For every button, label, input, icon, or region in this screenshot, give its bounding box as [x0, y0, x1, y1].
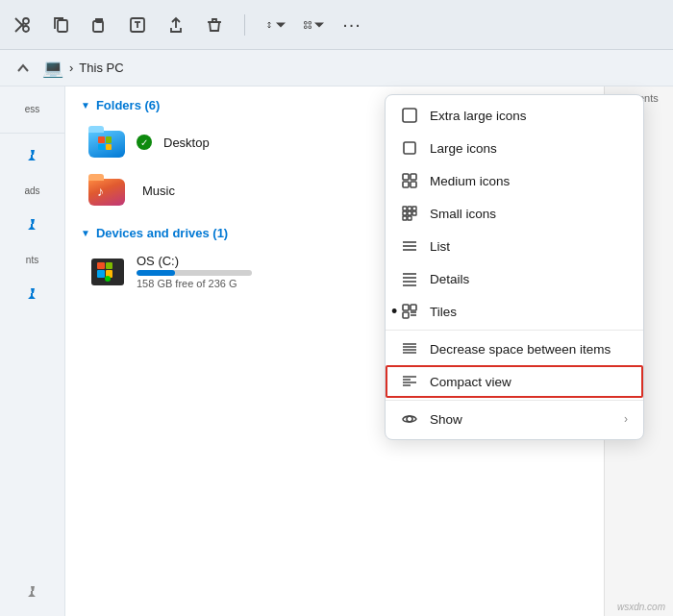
show-icon	[401, 410, 418, 428]
menu-separator-1	[386, 330, 643, 331]
menu-item-medium-icons[interactable]: Medium icons	[386, 164, 643, 197]
svg-rect-14	[309, 21, 312, 24]
address-path[interactable]: 💻 › This PC	[42, 58, 124, 79]
tiles-label: Tiles	[430, 305, 628, 319]
show-label: Show	[430, 412, 612, 427]
svg-marker-12	[276, 22, 286, 27]
sync-badge: ✓	[137, 135, 152, 150]
svg-marker-17	[314, 22, 324, 27]
folder-name-music: Music	[142, 184, 175, 198]
sidebar: ess ads nts	[0, 86, 65, 616]
large-icons-label: Large icons	[430, 141, 628, 156]
watermark: wsxdn.com	[617, 602, 665, 612]
delete-icon[interactable]	[204, 14, 225, 36]
svg-rect-27	[403, 211, 407, 215]
svg-rect-28	[408, 211, 411, 215]
toolbar: ···	[0, 0, 673, 50]
menu-item-show[interactable]: Show ›	[386, 403, 643, 435]
paste-icon[interactable]	[88, 14, 110, 36]
sidebar-item-pin2[interactable]	[10, 210, 56, 241]
svg-rect-4	[58, 20, 67, 32]
drive-progress-bar	[137, 270, 252, 276]
folder-name-desktop: Desktop	[163, 136, 210, 150]
sidebar-item-pin1[interactable]	[10, 141, 56, 172]
main-area: ess ads nts ▼ Folders (6)	[0, 86, 673, 616]
small-icons-label: Small icons	[430, 207, 628, 221]
details-icon	[401, 270, 418, 287]
menu-item-compact-view[interactable]: Compact view	[386, 365, 643, 398]
folders-label: Folders (6)	[96, 98, 160, 112]
show-arrow-icon: ›	[624, 412, 628, 426]
devices-chevron: ▼	[81, 228, 90, 238]
sidebar-label-ess: ess	[25, 104, 40, 115]
address-path-label: This PC	[79, 61, 123, 75]
svg-rect-31	[408, 216, 411, 220]
drive-progress-fill	[137, 270, 175, 276]
cut-icon[interactable]	[12, 14, 33, 36]
svg-rect-16	[309, 26, 312, 29]
menu-item-decrease-space[interactable]: Decrease space between items	[386, 333, 643, 365]
rename-icon[interactable]	[127, 14, 148, 36]
menu-separator-2	[386, 400, 643, 401]
menu-item-large-icons[interactable]: Large icons	[386, 132, 643, 164]
folders-chevron: ▼	[81, 100, 90, 111]
drive-name: OS (C:)	[137, 254, 252, 268]
tiles-icon	[401, 303, 418, 320]
sidebar-label-nts: nts	[26, 255, 38, 266]
medium-icons-label: Medium icons	[430, 174, 628, 188]
svg-rect-29	[412, 211, 416, 215]
sidebar-item-nts[interactable]: nts	[10, 245, 56, 276]
extra-large-icons-icon	[401, 107, 418, 124]
svg-rect-13	[305, 21, 308, 24]
computer-icon: 💻	[42, 58, 63, 79]
devices-label: Devices and drives (1)	[96, 226, 228, 240]
svg-rect-30	[403, 216, 407, 220]
share-icon[interactable]	[165, 14, 187, 36]
sort-icon[interactable]	[264, 14, 286, 36]
svg-rect-20	[403, 174, 409, 180]
decrease-space-icon	[401, 340, 418, 357]
svg-rect-23	[411, 182, 416, 187]
svg-rect-43	[403, 312, 409, 318]
drive-info: OS (C:) 158 GB free of 236 G	[137, 254, 252, 289]
menu-item-list[interactable]: List	[386, 230, 643, 262]
menu-item-small-icons[interactable]: Small icons	[386, 197, 643, 230]
address-separator: ›	[69, 61, 73, 75]
svg-point-3	[23, 18, 29, 24]
decrease-space-label: Decrease space between items	[430, 342, 628, 357]
svg-rect-39	[403, 305, 409, 310]
svg-rect-15	[305, 26, 308, 29]
large-icons-icon	[401, 139, 418, 157]
svg-rect-25	[408, 207, 411, 210]
extra-large-icons-label: Extra large icons	[430, 109, 628, 123]
address-bar: 💻 › This PC	[0, 50, 673, 86]
sidebar-item-pin3[interactable]	[10, 280, 56, 310]
menu-item-extra-large-icons[interactable]: Extra large icons	[386, 99, 643, 132]
svg-rect-21	[411, 174, 416, 180]
svg-rect-26	[412, 207, 416, 210]
sidebar-item-pin4[interactable]	[10, 578, 56, 608]
svg-rect-18	[403, 109, 416, 122]
nav-up-button[interactable]	[12, 57, 35, 80]
sidebar-label-ads: ads	[24, 185, 39, 197]
drive-free-space: 158 GB free of 236 G	[137, 278, 252, 289]
list-label: List	[430, 239, 628, 254]
sidebar-item-ads[interactable]: ads	[10, 176, 56, 207]
menu-item-details[interactable]: Details	[386, 262, 643, 295]
details-label: Details	[430, 272, 628, 286]
sidebar-item-ess[interactable]: ess	[10, 94, 56, 125]
list-icon	[401, 237, 418, 255]
svg-rect-40	[411, 305, 416, 310]
more-icon[interactable]: ···	[341, 14, 362, 36]
dropdown-menu[interactable]: Extra large icons Large icons Medium ico…	[385, 94, 644, 440]
svg-point-2	[23, 26, 29, 32]
medium-icons-icon	[401, 172, 418, 189]
copy-icon[interactable]	[50, 14, 71, 36]
view-icon[interactable]	[303, 14, 324, 36]
compact-view-icon	[401, 373, 418, 390]
svg-rect-24	[403, 207, 407, 210]
drive-icon-c	[88, 256, 127, 288]
compact-view-label: Compact view	[430, 375, 628, 389]
svg-rect-22	[403, 182, 409, 187]
menu-item-tiles[interactable]: Tiles	[386, 295, 643, 328]
